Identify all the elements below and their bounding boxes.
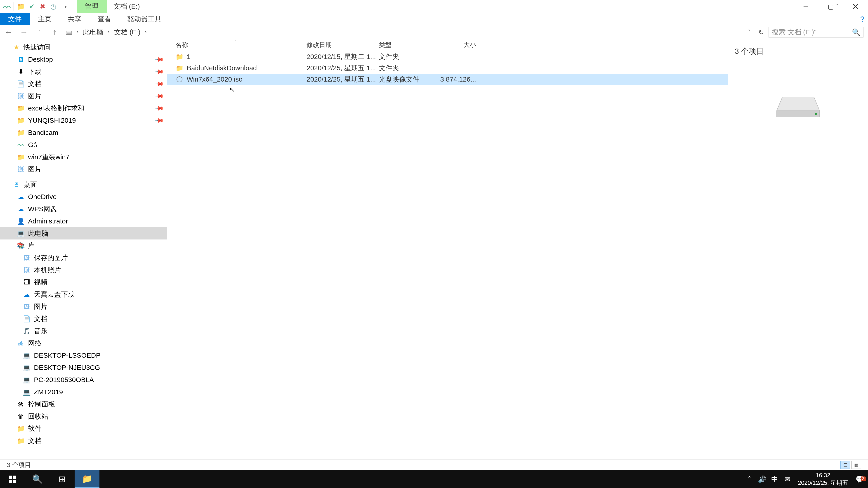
breadcrumb-pc[interactable]: 此电脑 (83, 28, 103, 37)
tree-item[interactable]: 💻DESKTOP-NJEU3CG (0, 361, 167, 374)
tree-item[interactable]: 🖼图片📌 (0, 90, 167, 102)
start-button[interactable] (0, 470, 25, 488)
tree-item[interactable]: ☁OneDrive (0, 191, 167, 203)
column-name[interactable]: 名称˄ (176, 41, 307, 49)
icons-view-button[interactable]: ▦ (851, 461, 861, 469)
document-icon: 📄 (17, 80, 25, 88)
tab-file[interactable]: 文件 (0, 13, 30, 25)
help-icon[interactable]: ? (857, 13, 868, 25)
forward-button[interactable]: → (17, 27, 31, 37)
tree-item[interactable]: ☁WPS网盘 (0, 203, 167, 215)
chevron-right-icon[interactable]: › (108, 29, 110, 35)
preview-pane: 3 个项目 (728, 39, 868, 459)
tree-item[interactable]: 🖼图片 (0, 163, 167, 175)
chevron-right-icon[interactable]: › (77, 29, 79, 35)
tree-item[interactable]: ⬇下载📌 (0, 66, 167, 78)
contextual-tab[interactable]: 管理 (77, 0, 107, 13)
tree-this-pc[interactable]: 💻此电脑 (0, 227, 167, 239)
tree-item[interactable]: 📁软件 (0, 422, 167, 435)
tree-item[interactable]: 🖼保存的图片 (0, 252, 167, 264)
svg-marker-0 (777, 97, 819, 111)
explorer-taskbar-button[interactable]: 📁 (74, 470, 99, 488)
file-list[interactable]: 名称˄ 修改日期 类型 大小 📁1 2020/12/15, 星期二 1... 文… (167, 39, 728, 459)
navigation-bar: ← → ˅ ↑ 🖴 › 此电脑 › 文档 (E:) › ˅ ↻ 搜索"文档 (E… (0, 25, 868, 39)
column-size[interactable]: 大小 (438, 41, 476, 49)
tree-item[interactable]: 💻ZMT2019 (0, 386, 167, 398)
file-row[interactable]: 📁1 2020/12/15, 星期二 1... 文件夹 (167, 51, 728, 62)
tree-recycle-bin[interactable]: 🗑回收站 (0, 410, 167, 422)
search-input[interactable]: 搜索"文档 (E:)" 🔍 (769, 27, 864, 37)
pc-icon: 💻 (23, 363, 31, 372)
history-dropdown[interactable]: ˅ (33, 29, 46, 35)
folder-icon[interactable]: 📁 (16, 1, 26, 12)
column-headers[interactable]: 名称˄ 修改日期 类型 大小 (167, 39, 728, 51)
breadcrumb[interactable]: 🖴 › 此电脑 › 文档 (E:) › (63, 27, 743, 37)
task-view-button[interactable]: ⊞ (50, 470, 74, 488)
library-icon: 📚 (17, 241, 25, 250)
tree-item[interactable]: 📁Bandicam (0, 127, 167, 139)
ime-icon[interactable]: 中 (768, 475, 781, 484)
tree-item[interactable]: 🖼图片 (0, 300, 167, 313)
picture-icon: 🖼 (17, 92, 25, 100)
taskbar[interactable]: 🔍 ⊞ 📁 ˄ 🔊 中 ✉ 16:32 2020/12/25, 星期五 💬3 (0, 470, 868, 488)
address-dropdown-icon[interactable]: ˅ (745, 29, 754, 35)
pin-icon: 📌 (154, 116, 164, 126)
search-icon[interactable]: 🔍 (852, 28, 860, 36)
tree-item[interactable]: 📁excel表格制作求和📌 (0, 102, 167, 114)
minimize-button[interactable]: ─ (794, 0, 818, 13)
search-placeholder: 搜索"文档 (E:)" (772, 28, 816, 37)
up-button[interactable]: ↑ (48, 27, 61, 37)
settings-icon[interactable]: ◷ (48, 1, 59, 12)
tree-item[interactable]: G:\ (0, 139, 167, 151)
details-view-button[interactable]: ☰ (840, 461, 850, 469)
folder-icon: 📁 (17, 129, 25, 137)
tree-item[interactable]: 🎵音乐 (0, 325, 167, 337)
search-button[interactable]: 🔍 (25, 470, 50, 488)
tree-item[interactable]: 📁win7重装win7 (0, 151, 167, 163)
clock-time: 16:32 (798, 471, 848, 479)
close-button[interactable]: ✕ (843, 0, 868, 13)
checkbox-icon[interactable]: ✔ (26, 1, 37, 12)
tree-item[interactable]: ☁天翼云盘下载 (0, 288, 167, 300)
close-icon[interactable]: ✖ (37, 1, 48, 12)
tree-item[interactable]: 📁文档 (0, 435, 167, 447)
svg-rect-1 (777, 111, 819, 117)
tab-share[interactable]: 共享 (60, 13, 90, 25)
tree-control-panel[interactable]: 🛠控制面板 (0, 398, 167, 410)
breadcrumb-location[interactable]: 文档 (E:) (114, 28, 141, 37)
tree-quick-access[interactable]: ★快速访问 (0, 41, 167, 53)
user-icon: 👤 (17, 217, 25, 225)
tree-item[interactable]: 📄文档📌 (0, 78, 167, 90)
file-row-selected[interactable]: Win7x64_2020.iso 2020/12/25, 星期五 1... 光盘… (167, 74, 728, 85)
maximize-button[interactable]: ▢ (818, 0, 843, 13)
notification-button[interactable]: 💬3 (852, 475, 868, 484)
volume-icon[interactable]: 🔊 (756, 475, 768, 483)
app-icon[interactable] (1, 1, 12, 12)
navigation-tree[interactable]: ★快速访问 🖥Desktop📌 ⬇下载📌 📄文档📌 🖼图片📌 📁excel表格制… (0, 39, 167, 459)
tree-item[interactable]: 💻PC-20190530OBLA (0, 374, 167, 386)
tree-item[interactable]: 🖼本机照片 (0, 264, 167, 276)
file-row[interactable]: 📁BaiduNetdiskDownload 2020/12/25, 星期五 1.… (167, 62, 728, 74)
column-date[interactable]: 修改日期 (307, 41, 379, 49)
tree-network[interactable]: 🖧网络 (0, 337, 167, 349)
qat-dropdown-icon[interactable]: ▾ (59, 1, 72, 12)
tray-overflow-icon[interactable]: ˄ (743, 475, 756, 483)
column-type[interactable]: 类型 (379, 41, 438, 49)
tree-item[interactable]: 📄文档 (0, 313, 167, 325)
tree-item[interactable]: 💻DESKTOP-LSSOEDP (0, 349, 167, 361)
tree-item[interactable]: 📁YUNQISHI2019📌 (0, 114, 167, 127)
refresh-button[interactable]: ↻ (755, 28, 767, 36)
tree-item[interactable]: 📚库 (0, 239, 167, 252)
tree-desktop[interactable]: 🖥桌面 (0, 178, 167, 191)
tab-home[interactable]: 主页 (30, 13, 60, 25)
clock[interactable]: 16:32 2020/12/25, 星期五 (794, 471, 852, 487)
tree-item[interactable]: 🎞视频 (0, 276, 167, 288)
security-icon[interactable]: ✉ (781, 475, 794, 483)
tab-drive-tools[interactable]: 驱动器工具 (119, 13, 169, 25)
disc-icon (176, 75, 184, 84)
tree-item[interactable]: 🖥Desktop📌 (0, 53, 167, 66)
back-button[interactable]: ← (2, 27, 16, 37)
chevron-right-icon[interactable]: › (145, 29, 147, 35)
tree-item[interactable]: 👤Administrator (0, 215, 167, 227)
tab-view[interactable]: 查看 (90, 13, 119, 25)
